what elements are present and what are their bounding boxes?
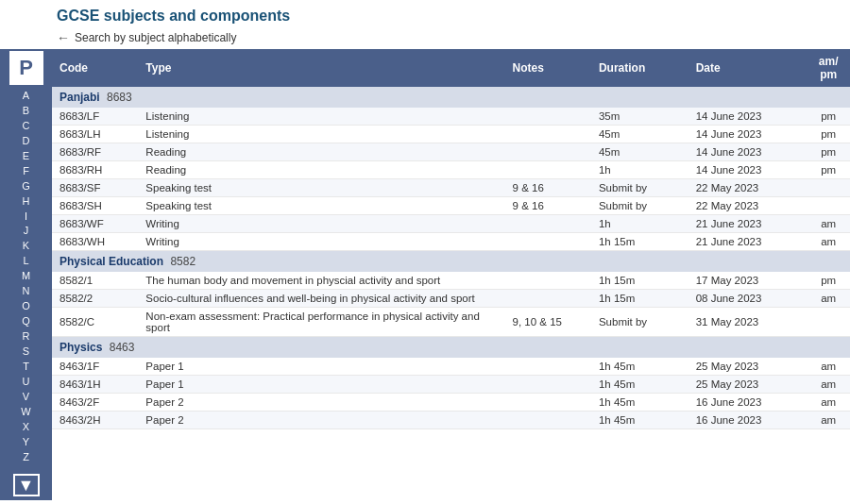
scroll-down-button[interactable]: ▼ bbox=[13, 474, 40, 496]
page-title: GCSE subjects and components bbox=[0, 0, 850, 28]
cell-code: 8463/2H bbox=[52, 412, 138, 429]
cell-date: 22 May 2023 bbox=[688, 197, 808, 215]
cell-ampm bbox=[807, 197, 850, 215]
cell-notes: 9, 10 & 15 bbox=[505, 308, 591, 337]
sidebar-letter-e[interactable]: E bbox=[0, 149, 52, 164]
cell-notes bbox=[505, 412, 591, 429]
table-row: 8683/WHWriting1h 15m21 June 2023am bbox=[52, 233, 850, 251]
cell-ampm: pm bbox=[807, 108, 850, 126]
section-header-panjabi: Panjabi 8683 bbox=[52, 87, 850, 108]
cell-code: 8683/LH bbox=[52, 126, 138, 143]
cell-duration: Submit by bbox=[591, 197, 688, 215]
sidebar-letter-o[interactable]: O bbox=[0, 299, 52, 314]
sidebar-letter-l[interactable]: L bbox=[0, 254, 52, 269]
section-code: 8582 bbox=[167, 255, 196, 268]
cell-type: Paper 2 bbox=[138, 412, 504, 429]
table-row: 8463/2FPaper 21h 45m16 June 2023am bbox=[52, 394, 850, 412]
letter-list: ABCDEFGHIJKLMNOQRSTUVWXYZ bbox=[0, 89, 52, 464]
cell-code: 8683/LF bbox=[52, 108, 138, 126]
cell-code: 8683/RH bbox=[52, 161, 138, 179]
sidebar-letter-h[interactable]: H bbox=[0, 194, 52, 210]
cell-date: 14 June 2023 bbox=[688, 161, 808, 179]
sidebar-letter-q[interactable]: Q bbox=[0, 314, 52, 329]
cell-ampm bbox=[807, 308, 850, 337]
cell-code: 8582/1 bbox=[52, 272, 138, 290]
cell-date: 16 June 2023 bbox=[688, 412, 808, 429]
active-letter-p[interactable]: P bbox=[9, 51, 43, 85]
cell-type: Reading bbox=[138, 161, 504, 179]
cell-notes bbox=[505, 126, 591, 143]
cell-duration: Submit by bbox=[591, 179, 688, 197]
cell-date: 25 May 2023 bbox=[688, 358, 808, 376]
sidebar-letter-a[interactable]: A bbox=[0, 89, 52, 104]
cell-date: 25 May 2023 bbox=[688, 376, 808, 394]
cell-ampm: pm bbox=[807, 272, 850, 290]
sidebar-letter-z[interactable]: Z bbox=[0, 450, 52, 465]
search-bar[interactable]: ← Search by subject alphabetically bbox=[0, 28, 850, 49]
cell-type: Listening bbox=[138, 108, 504, 126]
sidebar-letter-x[interactable]: X bbox=[0, 420, 52, 435]
cell-notes: 9 & 16 bbox=[505, 179, 591, 197]
cell-date: 14 June 2023 bbox=[688, 108, 808, 126]
cell-duration: 1h 45m bbox=[591, 376, 688, 394]
sidebar-letter-k[interactable]: K bbox=[0, 239, 52, 254]
sidebar-letter-n[interactable]: N bbox=[0, 284, 52, 299]
cell-type: Non-exam assessment: Practical performan… bbox=[138, 308, 504, 337]
cell-notes bbox=[505, 272, 591, 290]
cell-type: Writing bbox=[138, 233, 504, 251]
cell-ampm: am bbox=[807, 215, 850, 233]
section-subject: Physical Education bbox=[60, 255, 163, 268]
sidebar-letter-c[interactable]: C bbox=[0, 119, 52, 134]
cell-ampm: am bbox=[807, 412, 850, 429]
cell-type: Speaking test bbox=[138, 197, 504, 215]
sidebar-letter-g[interactable]: G bbox=[0, 179, 52, 194]
sidebar-letter-f[interactable]: F bbox=[0, 164, 52, 179]
col-header-duration: Duration bbox=[591, 49, 688, 87]
cell-type: Paper 1 bbox=[138, 376, 504, 394]
cell-code: 8463/2F bbox=[52, 394, 138, 412]
cell-date: 14 June 2023 bbox=[688, 126, 808, 143]
sidebar-letter-d[interactable]: D bbox=[0, 134, 52, 149]
col-header-type: Type bbox=[138, 49, 504, 87]
sidebar-letter-y[interactable]: Y bbox=[0, 435, 52, 450]
sidebar-letter-w[interactable]: W bbox=[0, 405, 52, 420]
cell-duration: 1h 45m bbox=[591, 394, 688, 412]
sidebar-letter-u[interactable]: U bbox=[0, 375, 52, 390]
table-row: 8683/LHListening45m14 June 2023pm bbox=[52, 126, 850, 143]
cell-notes bbox=[505, 215, 591, 233]
cell-type: Listening bbox=[138, 126, 504, 143]
cell-duration: 35m bbox=[591, 108, 688, 126]
cell-code: 8463/1F bbox=[52, 358, 138, 376]
col-header-notes: Notes bbox=[505, 49, 591, 87]
sidebar-letter-r[interactable]: R bbox=[0, 329, 52, 344]
cell-code: 8683/WF bbox=[52, 215, 138, 233]
cell-type: Speaking test bbox=[138, 179, 504, 197]
cell-date: 08 June 2023 bbox=[688, 290, 808, 308]
alphabet-sidebar: P ABCDEFGHIJKLMNOQRSTUVWXYZ ▼ bbox=[0, 49, 52, 500]
cell-duration: 1h 15m bbox=[591, 233, 688, 251]
table-row: 8683/SHSpeaking test9 & 16Submit by22 Ma… bbox=[52, 197, 850, 215]
cell-notes bbox=[505, 358, 591, 376]
cell-notes: 9 & 16 bbox=[505, 197, 591, 215]
cell-ampm: am bbox=[807, 358, 850, 376]
cell-ampm: pm bbox=[807, 161, 850, 179]
table-row: 8582/1The human body and movement in phy… bbox=[52, 272, 850, 290]
cell-type: Socio-cultural influences and well-being… bbox=[138, 290, 504, 308]
sidebar-letter-s[interactable]: S bbox=[0, 344, 52, 360]
table-row: 8683/WFWriting1h21 June 2023am bbox=[52, 215, 850, 233]
cell-duration: 1h bbox=[591, 161, 688, 179]
sidebar-letter-v[interactable]: V bbox=[0, 390, 52, 405]
cell-notes bbox=[505, 108, 591, 126]
sidebar-letter-i[interactable]: I bbox=[0, 210, 52, 225]
cell-notes bbox=[505, 376, 591, 394]
sidebar-letter-j[interactable]: J bbox=[0, 224, 52, 239]
table-row: 8463/2HPaper 21h 45m16 June 2023am bbox=[52, 412, 850, 429]
back-arrow-icon: ← bbox=[57, 30, 70, 45]
table-row: 8683/RFReading45m14 June 2023pm bbox=[52, 143, 850, 161]
sidebar-letter-t[interactable]: T bbox=[0, 360, 52, 375]
cell-ampm: am bbox=[807, 394, 850, 412]
sidebar-letter-m[interactable]: M bbox=[0, 269, 52, 284]
cell-date: 22 May 2023 bbox=[688, 179, 808, 197]
cell-ampm: am bbox=[807, 376, 850, 394]
sidebar-letter-b[interactable]: B bbox=[0, 104, 52, 119]
